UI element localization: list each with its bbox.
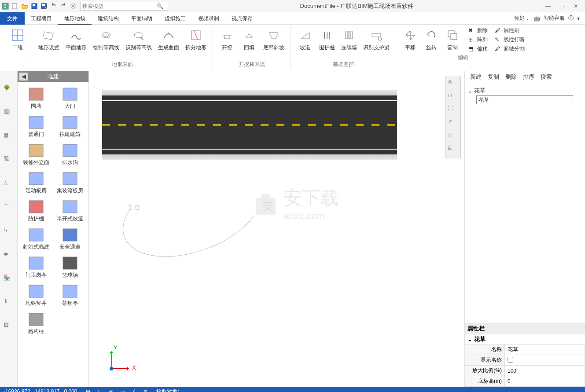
save-icon[interactable] xyxy=(31,3,38,10)
sb-icon5[interactable]: ∠ xyxy=(130,388,138,392)
palette-item[interactable]: 围墙 xyxy=(20,84,52,111)
collapse-icon[interactable]: ⌄ xyxy=(467,88,472,94)
search-box[interactable]: 🔍 xyxy=(80,2,168,11)
palette-item[interactable]: 格构柱 xyxy=(20,310,52,336)
search-icon[interactable]: 🔍 xyxy=(155,3,164,9)
close-button[interactable]: ✕ xyxy=(574,3,580,9)
menu-video[interactable]: 视频录制 xyxy=(192,12,225,25)
btn-identify-contour[interactable]: 识别等高线 xyxy=(123,26,155,53)
palette-item[interactable]: 普通门 xyxy=(20,113,52,139)
cat-path-icon[interactable]: ↳ xyxy=(4,227,14,238)
prop-row[interactable]: 名称花草 xyxy=(465,344,585,355)
palette-item[interactable]: 集装箱板房 xyxy=(54,169,86,195)
btn-split-terrain[interactable]: 拆分地形 xyxy=(183,26,209,53)
btn-prop-brush[interactable]: 🖌属性刷 xyxy=(493,26,526,35)
palette-item[interactable]: 装修外立面 xyxy=(20,141,52,167)
prop-section-header[interactable]: ⌄花草 xyxy=(465,334,585,344)
tree-btn-new[interactable]: 新建 xyxy=(470,73,482,81)
cat-building-icon[interactable]: 🏢 xyxy=(4,108,14,119)
cat-tree-icon[interactable]: 🌳 xyxy=(4,84,14,95)
undo-icon[interactable] xyxy=(50,3,57,10)
tree-btn-copy[interactable]: 复制 xyxy=(488,73,499,81)
prop-row[interactable]: 放大比例(%)100 xyxy=(465,366,585,376)
sb-icon3[interactable]: ◎ xyxy=(107,388,115,392)
palette-item[interactable]: 封闭式临建 xyxy=(20,225,52,252)
palette-item[interactable]: 大门 xyxy=(54,84,86,111)
btn-rotate[interactable]: 旋转 xyxy=(421,26,442,53)
menu-project[interactable]: 工程项目 xyxy=(25,12,58,25)
menu-viewpoint[interactable]: 视点保存 xyxy=(225,12,259,25)
vt-check-icon[interactable]: ☑ xyxy=(448,145,458,155)
btn-offset[interactable]: ⬒偏移 xyxy=(467,45,489,53)
btn-identify-beam[interactable]: 识别支护梁 xyxy=(361,26,392,53)
vt-filter-icon[interactable]: ▽ xyxy=(448,132,458,142)
btn-bottom-slope[interactable]: 底部斜坡 xyxy=(261,26,287,53)
sb-icon6[interactable]: ≡ xyxy=(141,388,149,392)
vt-fit-icon[interactable]: ⛶ xyxy=(448,105,458,116)
palette-item[interactable]: 防护棚 xyxy=(20,197,52,223)
settings-icon[interactable] xyxy=(70,3,77,10)
palette-item[interactable]: 茶烟亭 xyxy=(54,282,86,308)
sb-icon1[interactable]: ⊞ xyxy=(84,388,92,392)
tree-node-root[interactable]: ⌄花草 xyxy=(467,86,582,95)
btn-ramp[interactable]: 坡道 xyxy=(294,26,316,53)
dropdown-icon[interactable]: ▾ xyxy=(577,15,580,22)
road-object[interactable] xyxy=(102,90,397,160)
cat-store-icon[interactable]: 🏪 xyxy=(4,275,14,285)
viewport-3d[interactable]: 1.0 安 安下载anxz.com Y X ◎ ◻ ⛶ ↗ ▽ ☑ xyxy=(89,71,464,387)
cat-triangle-icon[interactable]: △ xyxy=(4,180,14,190)
palette-item[interactable]: 篮球场 xyxy=(54,253,86,280)
btn-diaphragm-wall[interactable]: 连续墙 xyxy=(338,26,360,53)
cat-cylinder-icon[interactable]: ⬬ xyxy=(4,251,14,261)
btn-region-split[interactable]: 🖍面域分割 xyxy=(493,45,526,53)
palette-item[interactable]: 门卫岗亭 xyxy=(20,253,52,280)
menu-virtual[interactable]: 虚拟施工 xyxy=(158,12,192,25)
menu-terrain[interactable]: 地形地貌 xyxy=(58,12,92,25)
btn-gen-surface[interactable]: 生成曲面 xyxy=(155,26,182,53)
sb-icon2[interactable]: ∟ xyxy=(96,388,103,392)
menu-file[interactable]: 文件 xyxy=(0,12,25,25)
search-input[interactable] xyxy=(81,3,155,9)
prop-row[interactable]: 底标高(m)0 xyxy=(465,376,585,387)
cat-crane-icon[interactable]: 🏗 xyxy=(4,156,14,166)
saveas-icon[interactable] xyxy=(40,3,48,10)
cat-arch-icon[interactable]: ⌒ xyxy=(4,203,14,214)
maximize-button[interactable]: ◻ xyxy=(559,3,566,9)
btn-retaining-pile[interactable]: 围护桩 xyxy=(316,26,338,53)
btn-2d[interactable]: 二维 xyxy=(7,26,28,53)
btn-array[interactable]: ⊞阵列 xyxy=(467,36,489,44)
tree-btn-delete[interactable]: 删除 xyxy=(505,73,517,81)
tree-btn-search[interactable]: 搜索 xyxy=(541,73,552,81)
btn-copy[interactable]: 复制 xyxy=(442,26,463,53)
btn-backfill[interactable]: 回填 xyxy=(239,26,260,53)
minimize-button[interactable]: — xyxy=(545,3,552,9)
palette-item[interactable]: 半开式敞篷 xyxy=(54,197,86,223)
prop-checkbox[interactable] xyxy=(508,357,513,363)
sb-icon4[interactable]: ▭ xyxy=(118,388,126,392)
prop-row[interactable]: 显示名称 xyxy=(465,355,585,366)
palette-item[interactable]: 安全通道 xyxy=(54,225,86,252)
btn-flat-terrain[interactable]: 平面地形 xyxy=(63,26,89,53)
palette-item[interactable]: 活动板房 xyxy=(20,169,52,195)
vt-orbit-icon[interactable]: ◎ xyxy=(448,79,458,89)
prop-value[interactable]: 花草 xyxy=(505,344,585,355)
prop-value[interactable]: 100 xyxy=(505,366,585,376)
prop-value[interactable]: 0 xyxy=(505,376,585,387)
prop-value[interactable] xyxy=(505,355,585,366)
menu-plane-aux[interactable]: 平面辅助 xyxy=(125,12,158,25)
smart-service-link[interactable]: 智能客服 xyxy=(544,15,565,22)
palette-back-button[interactable]: ◀ xyxy=(19,73,28,81)
cat-download-icon[interactable]: ⬇ xyxy=(4,298,14,309)
palette-item[interactable]: 地铁竖井 xyxy=(20,282,52,308)
palette-item[interactable]: 拟建建筑 xyxy=(54,113,86,139)
cat-scaffold-icon[interactable]: ▦ xyxy=(4,132,14,143)
btn-line-break[interactable]: ✎线性打断 xyxy=(493,36,526,44)
btn-excavate[interactable]: 开挖 xyxy=(217,26,238,53)
tree-btn-sort[interactable]: 排序 xyxy=(523,73,534,81)
collapse-icon[interactable]: ⌄ xyxy=(467,336,472,343)
tree-item-input[interactable] xyxy=(476,95,573,104)
redo-icon[interactable] xyxy=(60,3,67,10)
btn-delete[interactable]: ✖删除 xyxy=(467,26,489,35)
info-icon[interactable]: ⓘ xyxy=(568,15,574,22)
btn-pan[interactable]: 平移 xyxy=(400,26,421,53)
